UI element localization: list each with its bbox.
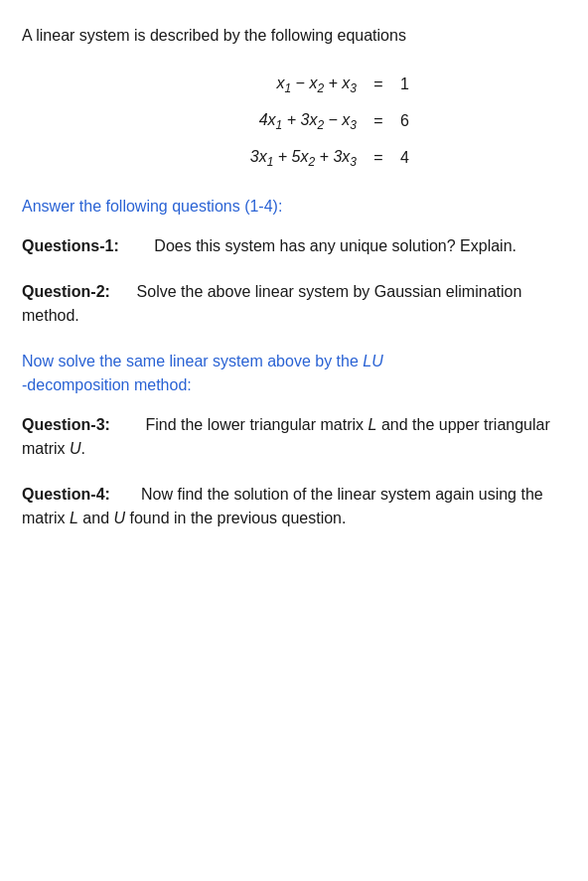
question-3-text: Question-3: Find the lower triangular ma…	[22, 413, 566, 461]
equations-block: x1 − x2 + x3 = 1 4x1 + 3x2 − x3 = 6 3x1 …	[22, 68, 566, 175]
question-1-content: Does this system has any unique solution…	[154, 237, 516, 254]
question-4-text: Question-4: Now find the solution of the…	[22, 483, 566, 530]
equation-row-2: 4x1 + 3x2 − x3 = 6	[22, 104, 566, 137]
equation-1-lhs: x1 − x2 + x3	[158, 68, 357, 100]
question-1-label: Questions-1:	[22, 237, 119, 254]
question-2-label: Question-2:	[22, 283, 110, 300]
question-3-label: Question-3:	[22, 416, 110, 433]
question-4-label: Question-4:	[22, 486, 110, 503]
equation-1-rhs: 1	[400, 69, 430, 100]
question-2-text: Question-2: Solve the above linear syste…	[22, 280, 566, 328]
equation-2-rhs: 6	[400, 105, 430, 137]
question-1-text: Questions-1: Does this system has any un…	[22, 234, 566, 258]
equation-2-equals: =	[368, 105, 388, 137]
question-4-block: Question-4: Now find the solution of the…	[22, 483, 566, 530]
intro-paragraph: A linear system is described by the foll…	[22, 24, 566, 48]
question-1-block: Questions-1: Does this system has any un…	[22, 234, 566, 258]
equation-row-1: x1 − x2 + x3 = 1	[22, 68, 566, 100]
equation-3-equals: =	[368, 142, 388, 174]
lu-heading-text: Now solve the same linear system above b…	[22, 353, 383, 393]
equation-3-rhs: 4	[400, 142, 430, 174]
equation-2-lhs: 4x1 + 3x2 − x3	[158, 104, 357, 137]
lu-heading: Now solve the same linear system above b…	[22, 350, 566, 397]
question-3-block: Question-3: Find the lower triangular ma…	[22, 413, 566, 461]
intro-text: A linear system is described by the foll…	[22, 27, 406, 44]
question-2-block: Question-2: Solve the above linear syste…	[22, 280, 566, 328]
equation-row-3: 3x1 + 5x2 + 3x3 = 4	[22, 141, 566, 174]
equation-3-lhs: 3x1 + 5x2 + 3x3	[158, 141, 357, 174]
equation-1-equals: =	[368, 69, 388, 100]
answer-heading: Answer the following questions (1-4):	[22, 195, 566, 219]
